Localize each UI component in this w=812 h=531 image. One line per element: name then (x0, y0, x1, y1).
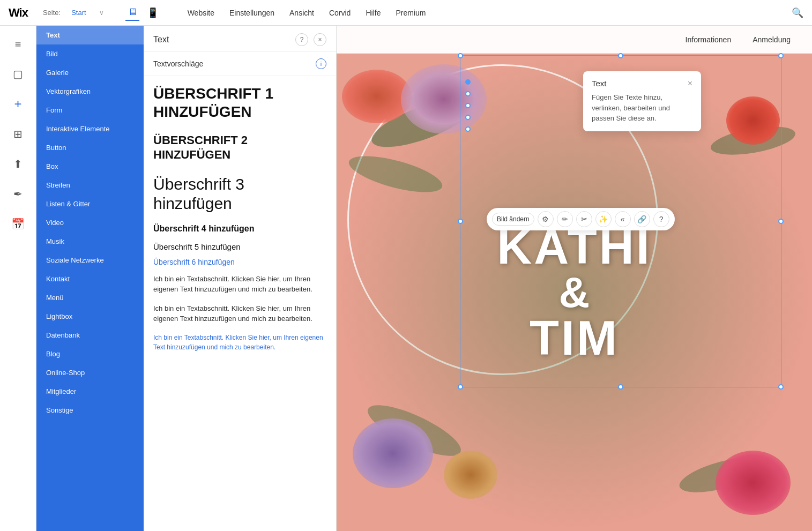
panel-item-menue[interactable]: Menü (36, 288, 144, 307)
scroll-dot-3 (465, 103, 471, 108)
pages-glyph: ≡ (15, 39, 21, 49)
panel-item-streifen[interactable]: Streifen (36, 176, 144, 195)
panel-item-button[interactable]: Button (36, 138, 144, 157)
website-header: Informationen Anmeldung (337, 26, 812, 54)
panel-item-lightbox[interactable]: Lightbox (36, 307, 144, 326)
heading4-item[interactable]: Überschrift 4 hinzufügen (153, 224, 326, 234)
text-panel-help-button[interactable]: ? (295, 33, 308, 46)
hero-area: KATHI & TIM (337, 54, 812, 531)
nav-chevron-icon: ∨ (99, 9, 104, 17)
panel-item-musik[interactable]: Musik (36, 232, 144, 251)
panel-item-mitglieder[interactable]: Mitglieder (36, 382, 144, 401)
sidebar-pages-icon[interactable]: ≡ (4, 30, 32, 58)
scroll-dots (465, 79, 471, 132)
toolbar-edit-icon[interactable]: ✏ (557, 211, 573, 227)
media-glyph: ⊞ (13, 129, 23, 139)
flower-purple-bottom (353, 418, 433, 488)
toolbar-settings-icon[interactable]: ⚙ (538, 211, 554, 227)
panel-item-blog[interactable]: Blog (36, 345, 144, 363)
sidebar-layout-icon[interactable]: ▢ (4, 60, 32, 88)
nav-menu: Website Einstellungen Ansicht Corvid Hil… (188, 9, 781, 17)
website-nav-anmeldung[interactable]: Anmeldung (753, 35, 791, 44)
heading2-item[interactable]: ÜBERSCHRIFT 2HINZUFÜGEN (153, 133, 326, 162)
flower-red-bottom-right (716, 451, 791, 515)
main-layout: ≡ ▢ + ⊞ ⬆ ✒ 📅 Text Bild Galerie Vektorgr… (0, 26, 812, 531)
flower-orange (444, 451, 497, 499)
sidebar-calendar-icon[interactable]: 📅 (4, 210, 32, 238)
text-content-area: ÜBERSCHRIFT 1HINZUFÜGEN ÜBERSCHRIFT 2HIN… (144, 76, 336, 531)
heading5-item[interactable]: Überschrift 5 hinzufügen (153, 242, 326, 251)
nav-hilfe[interactable]: Hilfe (366, 9, 381, 17)
sidebar-add-icon[interactable]: + (4, 90, 32, 118)
sidebar-upload-icon[interactable]: ⬆ (4, 150, 32, 178)
change-image-button[interactable]: Bild ändern (492, 213, 534, 226)
panel-item-soziale[interactable]: Soziale Netzwerke (36, 251, 144, 270)
toolbar-back-icon[interactable]: « (615, 211, 631, 227)
nav-ansicht[interactable]: Ansicht (289, 9, 314, 17)
panel-item-shop[interactable]: Online-Shop (36, 363, 144, 382)
sidebar-pen-icon[interactable]: ✒ (4, 180, 32, 208)
tooltip-body: Fügen Sie Texte hinzu, verlinken, bearbe… (592, 92, 692, 124)
hero-text-container: KATHI & TIM (497, 223, 651, 362)
heading3-item[interactable]: Überschrift 3hinzufügen (153, 175, 326, 213)
text-panel-close-button[interactable]: × (314, 33, 326, 46)
toolbar-crop-icon[interactable]: ✂ (576, 211, 592, 227)
website-nav-informationen[interactable]: Informationen (686, 35, 732, 44)
canvas-area: Informationen Anmeldung KATHI (337, 26, 812, 531)
nav-website[interactable]: Website (188, 9, 214, 17)
heading6-item[interactable]: Überschrift 6 hinzufügen (153, 258, 326, 266)
scroll-dot-4 (465, 115, 471, 120)
panel-item-kontakt[interactable]: Kontakt (36, 270, 144, 288)
search-icon[interactable]: 🔍 (792, 7, 803, 19)
nav-page-label: Seite: (43, 9, 61, 17)
pen-glyph: ✒ (13, 189, 23, 199)
layout-glyph: ▢ (13, 69, 23, 79)
panel-item-sonstige[interactable]: Sonstige (36, 401, 144, 420)
mobile-icon[interactable]: 📱 (145, 5, 161, 21)
panel-item-listen[interactable]: Listen & Gitter (36, 195, 144, 213)
scroll-dot-5 (465, 126, 471, 132)
panel-item-interaktive[interactable]: Interaktive Elemente (36, 119, 144, 138)
sidebar-icons: ≡ ▢ + ⊞ ⬆ ✒ 📅 (0, 26, 36, 531)
nav-einstellungen[interactable]: Einstellungen (229, 9, 274, 17)
toolbar-help-icon[interactable]: ? (653, 211, 669, 227)
suggestions-label: Textvorschläge (153, 59, 203, 68)
add-glyph: + (14, 98, 21, 110)
calendar-glyph: 📅 (11, 219, 25, 229)
hero-ampersand: & (497, 271, 651, 314)
panel-item-galerie[interactable]: Galerie (36, 63, 144, 82)
toolbar-link-icon[interactable]: 🔗 (634, 211, 650, 227)
left-panel: Text Bild Galerie Vektorgrafiken Form In… (36, 26, 144, 531)
panel-item-bild[interactable]: Bild (36, 44, 144, 63)
nav-page-link[interactable]: Start (71, 9, 86, 17)
heading1-item[interactable]: ÜBERSCHRIFT 1HINZUFÜGEN (153, 85, 326, 121)
text-panel-title: Text (153, 35, 169, 44)
tooltip-title: Text (592, 79, 607, 88)
nav-premium[interactable]: Premium (396, 9, 426, 17)
panel-item-text[interactable]: Text (36, 26, 144, 44)
hero-tim: TIM (497, 314, 651, 362)
sidebar-media-icon[interactable]: ⊞ (4, 120, 32, 148)
panel-item-datenbank[interactable]: Datenbank (36, 326, 144, 345)
tooltip-close-button[interactable]: × (688, 79, 692, 88)
paragraph-item-1[interactable]: Ich bin ein Textabschnitt. Klicken Sie h… (153, 274, 326, 295)
toolbar-effects-icon[interactable]: ✨ (595, 211, 612, 227)
panel-item-video[interactable]: Video (36, 213, 144, 232)
device-icons: 🖥 📱 (125, 4, 161, 21)
upload-glyph: ⬆ (13, 159, 23, 169)
paragraph-link-item[interactable]: Ich bin ein Textabschnitt. Klicken Sie h… (153, 333, 326, 352)
nav-corvid[interactable]: Corvid (329, 9, 351, 17)
text-panel: Text ? × Textvorschläge i ÜBERSCHRIFT 1H… (144, 26, 337, 531)
image-toolbar: Bild ändern ⚙ ✏ ✂ ✨ « 🔗 ? (487, 208, 675, 230)
text-panel-header: Text ? × (144, 26, 336, 52)
paragraph-item-2[interactable]: Ich bin ein Textabschnitt. Klicken Sie h… (153, 303, 326, 324)
scroll-dot-1 (465, 79, 471, 85)
panel-item-form[interactable]: Form (36, 101, 144, 119)
top-nav: Wix Seite: Start ∨ 🖥 📱 Website Einstellu… (0, 0, 812, 26)
wix-logo: Wix (9, 6, 28, 20)
text-panel-suggestions: Textvorschläge i (144, 52, 336, 76)
panel-item-vektorgrafiken[interactable]: Vektorgrafiken (36, 82, 144, 101)
desktop-icon[interactable]: 🖥 (125, 4, 139, 21)
suggestions-info-icon[interactable]: i (316, 58, 326, 69)
panel-item-box[interactable]: Box (36, 157, 144, 176)
